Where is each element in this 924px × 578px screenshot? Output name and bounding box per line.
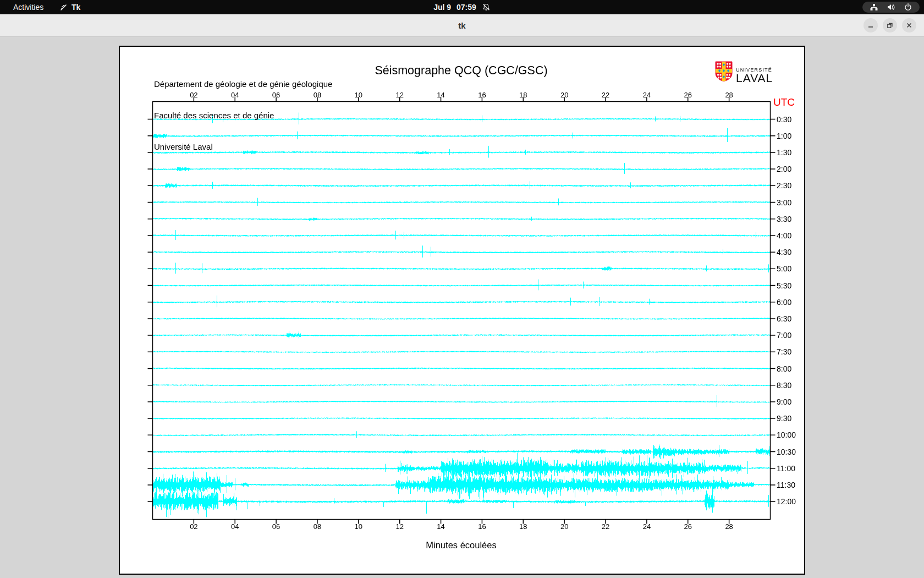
minimize-icon — [867, 22, 874, 29]
laval-shield-icon — [715, 61, 733, 84]
tk-icon — [59, 3, 68, 12]
utc-time-label: 3:00 — [777, 198, 791, 207]
x-tick-label-bottom: 20 — [557, 522, 571, 531]
utc-time-label: 8:00 — [777, 364, 791, 373]
x-tick-label-top: 24 — [640, 91, 654, 99]
x-tick-label-bottom: 18 — [516, 522, 530, 531]
utc-time-label: 1:30 — [777, 148, 791, 157]
x-tick-label-top: 22 — [598, 91, 613, 99]
x-tick-label-top: 02 — [186, 91, 201, 99]
utc-time-label: 9:30 — [777, 414, 791, 423]
utc-time-label: 12:00 — [777, 497, 796, 506]
utc-time-label: 2:00 — [777, 165, 791, 173]
x-tick-label-top: 04 — [228, 91, 242, 99]
utc-time-label: 11:30 — [777, 481, 795, 489]
window-titlebar[interactable]: tk — [0, 14, 924, 37]
x-tick-label-bottom: 16 — [475, 522, 489, 531]
power-icon — [904, 3, 912, 12]
x-tick-label-bottom: 26 — [681, 522, 695, 531]
x-tick-label-bottom: 28 — [722, 522, 736, 531]
utc-axis-label: UTC — [773, 96, 795, 108]
x-tick-label-top: 26 — [681, 91, 695, 99]
utc-time-label: 4:00 — [777, 231, 791, 240]
seismograph-window: Département de géologie et de génie géol… — [119, 46, 805, 575]
x-tick-label-bottom: 10 — [351, 522, 366, 531]
window-title: tk — [0, 14, 924, 37]
x-tick-label-bottom: 24 — [640, 522, 654, 531]
x-tick-label-bottom: 04 — [228, 522, 242, 531]
utc-time-label: 2:30 — [777, 181, 791, 190]
institution-line-1: Département de géologie et de génie géol… — [154, 79, 332, 89]
x-axis-title: Minutes écoulées — [152, 540, 770, 550]
x-tick-label-bottom: 22 — [598, 522, 613, 531]
gnome-top-bar: Activities Tk Jul 9 07:59 — [0, 0, 924, 14]
minimize-button[interactable] — [864, 18, 878, 32]
x-tick-label-top: 12 — [393, 91, 407, 99]
utc-time-label: 7:00 — [777, 331, 791, 340]
utc-time-label: 11:00 — [777, 464, 795, 473]
x-tick-label-top: 10 — [351, 91, 366, 99]
utc-time-label: 10:00 — [777, 430, 796, 439]
x-tick-label-top: 14 — [434, 91, 448, 99]
chart-title: Séismographe QCQ (CGC/GSC) — [152, 64, 770, 78]
institution-line-2: Faculté des sciences et de génie — [154, 110, 332, 121]
utc-time-label: 5:00 — [777, 264, 791, 273]
x-tick-label-top: 06 — [269, 91, 283, 99]
focused-app-name: Tk — [72, 3, 80, 12]
activities-button[interactable]: Activities — [10, 0, 47, 14]
utc-time-label: 8:30 — [777, 381, 791, 390]
utc-time-label: 6:30 — [777, 314, 791, 323]
utc-time-label: 6:00 — [777, 298, 791, 307]
desktop-background: Département de géologie et de génie géol… — [0, 37, 924, 578]
utc-time-label: 3:30 — [777, 215, 791, 223]
x-tick-label-top: 18 — [516, 91, 530, 99]
x-tick-label-top: 20 — [557, 91, 571, 99]
volume-icon — [887, 3, 895, 12]
x-tick-label-top: 16 — [475, 91, 489, 99]
utc-time-label: 4:30 — [777, 248, 791, 257]
logo-laval-text: LAVAL — [736, 73, 773, 84]
x-tick-label-bottom: 08 — [310, 522, 324, 531]
x-tick-label-top: 28 — [722, 91, 736, 99]
utc-time-label: 7:30 — [777, 347, 791, 356]
clock-button[interactable]: Jul 9 07:59 — [0, 0, 924, 14]
notifications-disabled-bell-icon — [482, 3, 491, 12]
network-wired-icon — [870, 3, 878, 12]
x-tick-label-top: 08 — [310, 91, 324, 99]
x-tick-label-bottom: 12 — [393, 522, 407, 531]
utc-time-label: 5:30 — [777, 281, 791, 290]
restore-icon — [887, 22, 893, 29]
close-icon — [906, 22, 912, 29]
utc-time-label: 1:00 — [777, 132, 791, 140]
x-tick-label-bottom: 06 — [269, 522, 283, 531]
x-tick-label-bottom: 14 — [434, 522, 448, 531]
utc-time-label: 9:00 — [777, 397, 791, 406]
clock-date: Jul 9 — [433, 3, 451, 12]
clock-time: 07:59 — [457, 3, 476, 12]
universite-laval-logo: UNIVERSITÉ LAVAL — [715, 61, 773, 84]
institution-line-3: Université Laval — [154, 141, 332, 152]
maximize-restore-button[interactable] — [883, 18, 897, 32]
utc-time-label: 10:30 — [777, 448, 796, 456]
focused-app-menu[interactable]: Tk — [59, 0, 80, 14]
utc-time-label: 0:30 — [777, 115, 791, 124]
system-tray-button[interactable] — [862, 2, 920, 13]
close-button[interactable] — [902, 18, 916, 32]
x-tick-label-bottom: 02 — [186, 522, 201, 531]
